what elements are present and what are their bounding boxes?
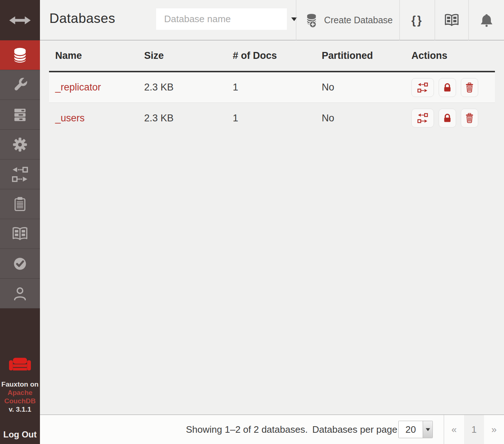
book-icon (11, 225, 29, 243)
database-name-input[interactable] (156, 8, 289, 30)
api-url-button[interactable]: {} (399, 0, 435, 40)
collapse-arrows-icon (9, 13, 31, 27)
databases-table: Name Size # of Docs Partitioned Actions … (49, 40, 495, 133)
pagination-next-button[interactable]: » (484, 415, 504, 444)
per-page-label: Databases per page (312, 415, 397, 444)
trash-icon (464, 82, 475, 93)
column-header-docs: # of Docs (227, 50, 316, 61)
replicate-icon (416, 81, 429, 94)
pagination-page-1[interactable]: 1 (464, 415, 484, 444)
column-header-size: Size (138, 50, 227, 61)
delete-database-button[interactable] (461, 109, 478, 128)
notifications-button[interactable] (468, 0, 504, 40)
clipboard-icon (12, 196, 28, 213)
database-icon (11, 46, 29, 64)
create-database-button[interactable]: Create Database (296, 0, 399, 40)
table-row: _replicator 2.3 KB 1 No (49, 72, 495, 103)
sidebar-item-tasks-clipboard[interactable] (0, 189, 40, 219)
sidebar-item-verify[interactable] (0, 249, 40, 279)
logout-button[interactable]: Log Out (0, 429, 40, 440)
page-title: Databases (49, 11, 115, 26)
braces-icon: {} (411, 14, 423, 27)
per-page-select[interactable]: 20 (398, 421, 433, 438)
size-cell: 2.3 KB (138, 113, 227, 124)
showing-status-text: Showing 1–2 of 2 databases. (186, 415, 308, 444)
partitioned-cell: No (316, 82, 405, 93)
replication-icon (10, 165, 30, 184)
actions-cell (405, 78, 495, 97)
brand-line-2: Apache (0, 388, 40, 397)
set-permissions-button[interactable] (439, 78, 456, 97)
partitioned-cell: No (316, 113, 405, 124)
create-database-icon (303, 12, 319, 28)
database-link[interactable]: _users (55, 113, 85, 124)
documentation-button[interactable] (435, 0, 468, 40)
sidebar-item-active-tasks[interactable] (0, 100, 40, 130)
column-header-partitioned: Partitioned (316, 50, 405, 61)
sidebar-item-databases[interactable] (0, 40, 40, 70)
delete-database-button[interactable] (461, 78, 478, 97)
lock-icon (442, 112, 453, 124)
lock-icon (442, 82, 453, 93)
active-tasks-icon (12, 106, 28, 123)
sidebar-item-configuration[interactable] (0, 130, 40, 160)
replicate-database-button[interactable] (411, 109, 434, 128)
pagination: « 1 » (444, 415, 504, 444)
column-header-name: Name (49, 50, 138, 61)
pagination-prev-button[interactable]: « (444, 415, 464, 444)
book-icon (443, 12, 460, 29)
sidebar-item-account[interactable] (0, 279, 40, 308)
actions-cell (405, 109, 495, 128)
user-icon (11, 285, 29, 302)
table-header-row: Name Size # of Docs Partitioned Actions (49, 40, 495, 72)
select-arrow-icon (423, 421, 432, 438)
docs-cell: 1 (227, 82, 316, 93)
couchdb-logo-icon (8, 356, 32, 375)
brand-line-4: v. 3.1.1 (0, 405, 40, 413)
replicate-icon (416, 112, 429, 124)
bell-icon (479, 12, 494, 28)
fauxton-brand: Fauxton on Apache CouchDB v. 3.1.1 (0, 356, 40, 413)
replicate-database-button[interactable] (411, 78, 434, 97)
sidebar: Fauxton on Apache CouchDB v. 3.1.1 Log O… (0, 0, 40, 444)
database-name-combobox (156, 8, 287, 30)
table-row: _users 2.3 KB 1 No (49, 103, 495, 133)
brand-line-3: CouchDB (0, 397, 40, 405)
set-permissions-button[interactable] (439, 109, 456, 128)
create-database-label: Create Database (324, 15, 393, 25)
wrench-icon (11, 76, 29, 94)
docs-cell: 1 (227, 113, 316, 124)
page-header: Databases Create Database {} (40, 0, 504, 40)
per-page-value: 20 (399, 421, 423, 438)
size-cell: 2.3 KB (138, 82, 227, 93)
gear-icon (12, 136, 28, 153)
database-link[interactable]: _replicator (55, 82, 101, 93)
sidebar-item-documentation[interactable] (0, 219, 40, 249)
brand-line-1: Fauxton on (0, 380, 40, 388)
trash-icon (464, 112, 475, 124)
sidebar-item-setup[interactable] (0, 70, 40, 100)
footer-bar: Showing 1–2 of 2 databases. Databases pe… (40, 415, 504, 444)
column-header-actions: Actions (405, 50, 495, 61)
sidebar-collapse-toggle[interactable] (0, 0, 40, 40)
verify-check-icon (11, 255, 29, 273)
sidebar-item-replication[interactable] (0, 160, 40, 189)
